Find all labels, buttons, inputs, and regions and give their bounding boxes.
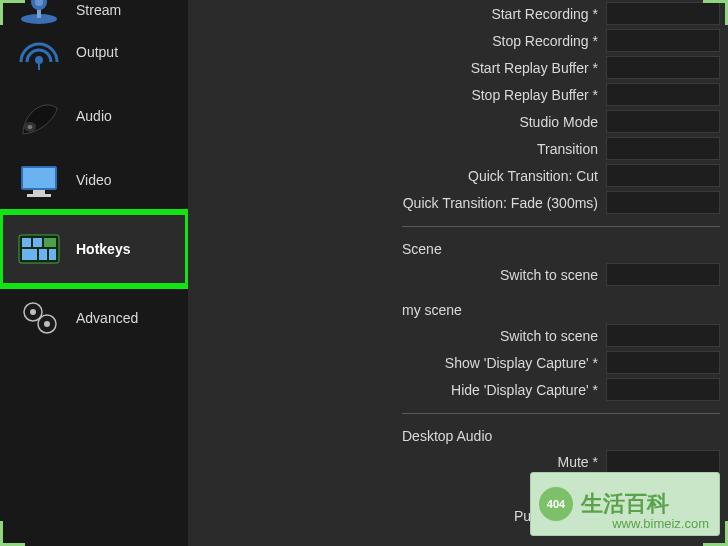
hotkey-row: Show 'Display Capture' * bbox=[188, 349, 720, 376]
stream-icon bbox=[16, 1, 62, 19]
advanced-icon bbox=[16, 295, 62, 341]
sidebar-item-label: Advanced bbox=[76, 310, 138, 326]
svg-rect-11 bbox=[27, 194, 51, 197]
sidebar-item-advanced[interactable]: Advanced bbox=[0, 286, 188, 350]
sidebar-item-label: Audio bbox=[76, 108, 112, 124]
hotkey-row: Studio Mode bbox=[188, 108, 720, 135]
hotkey-row: Hide 'Display Capture' * bbox=[188, 376, 720, 403]
hotkey-label: Switch to scene bbox=[188, 328, 606, 344]
hotkey-label: Quick Transition: Fade (300ms) bbox=[188, 195, 606, 211]
hotkey-input[interactable] bbox=[606, 2, 720, 25]
hotkey-label: Switch to scene bbox=[188, 267, 606, 283]
sidebar-item-label: Video bbox=[76, 172, 112, 188]
svg-point-22 bbox=[44, 321, 50, 327]
hotkey-label: Stop Recording * bbox=[188, 33, 606, 49]
svg-rect-5 bbox=[38, 60, 40, 70]
sidebar-item-label: Hotkeys bbox=[76, 241, 130, 257]
hotkey-row: Stop Recording * bbox=[188, 27, 720, 54]
hotkey-row: Stop Replay Buffer * bbox=[188, 81, 720, 108]
output-icon bbox=[16, 29, 62, 75]
hotkey-input[interactable] bbox=[606, 110, 720, 133]
svg-point-7 bbox=[28, 125, 33, 129]
svg-rect-17 bbox=[39, 249, 47, 260]
hotkey-row: Transition bbox=[188, 135, 720, 162]
svg-point-21 bbox=[30, 309, 36, 315]
hotkey-label: Transition bbox=[188, 141, 606, 157]
watermark: 404 生活百科 www.bimeiz.com bbox=[530, 472, 720, 536]
section-header: my scene bbox=[188, 288, 720, 322]
hotkey-row: Quick Transition: Cut bbox=[188, 162, 720, 189]
hotkey-label: Mute * bbox=[188, 454, 606, 470]
watermark-title: 生活百科 bbox=[581, 493, 669, 515]
hotkey-label: Show 'Display Capture' * bbox=[188, 355, 606, 371]
hotkey-label: Quick Transition: Cut bbox=[188, 168, 606, 184]
hotkey-input[interactable] bbox=[606, 83, 720, 106]
svg-rect-9 bbox=[23, 168, 55, 188]
hotkey-row: Start Replay Buffer * bbox=[188, 54, 720, 81]
section-header: Desktop Audio bbox=[188, 414, 720, 448]
audio-icon bbox=[16, 93, 62, 139]
hotkey-row: Switch to scene bbox=[188, 261, 720, 288]
settings-sidebar: Stream Output Audio Video bbox=[0, 0, 188, 546]
sidebar-item-stream[interactable]: Stream bbox=[0, 0, 188, 20]
svg-rect-10 bbox=[33, 190, 45, 194]
svg-rect-16 bbox=[22, 249, 37, 260]
section-header: Scene bbox=[188, 227, 720, 261]
svg-rect-13 bbox=[22, 238, 31, 247]
hotkey-input[interactable] bbox=[606, 191, 720, 214]
svg-rect-14 bbox=[33, 238, 42, 247]
sidebar-item-label: Stream bbox=[76, 2, 121, 18]
hotkey-input[interactable] bbox=[606, 164, 720, 187]
hotkey-label: Start Replay Buffer * bbox=[188, 60, 606, 76]
hotkey-row: Quick Transition: Fade (300ms) bbox=[188, 189, 720, 216]
watermark-url: www.bimeiz.com bbox=[612, 516, 709, 531]
hotkey-row: Switch to scene bbox=[188, 322, 720, 349]
sidebar-item-output[interactable]: Output bbox=[0, 20, 188, 84]
hotkey-input[interactable] bbox=[606, 56, 720, 79]
sidebar-item-audio[interactable]: Audio bbox=[0, 84, 188, 148]
hotkeys-icon bbox=[16, 226, 62, 272]
hotkey-label: Hide 'Display Capture' * bbox=[188, 382, 606, 398]
hotkey-label: Stop Replay Buffer * bbox=[188, 87, 606, 103]
hotkey-row: Mute * bbox=[188, 448, 720, 475]
sidebar-item-video[interactable]: Video bbox=[0, 148, 188, 212]
watermark-badge-icon: 404 bbox=[539, 487, 573, 521]
video-icon bbox=[16, 157, 62, 203]
hotkey-input[interactable] bbox=[606, 29, 720, 52]
hotkey-row: Start Recording * bbox=[188, 0, 720, 27]
sidebar-item-hotkeys[interactable]: Hotkeys bbox=[0, 212, 188, 286]
sidebar-item-label: Output bbox=[76, 44, 118, 60]
hotkey-label: Studio Mode bbox=[188, 114, 606, 130]
hotkey-input[interactable] bbox=[606, 137, 720, 160]
hotkey-input[interactable] bbox=[606, 324, 720, 347]
hotkey-input[interactable] bbox=[606, 450, 720, 473]
svg-rect-18 bbox=[49, 249, 56, 260]
hotkeys-settings-pane: Start Recording * Stop Recording * Start… bbox=[188, 0, 728, 546]
hotkey-label: Start Recording * bbox=[188, 6, 606, 22]
hotkey-input[interactable] bbox=[606, 351, 720, 374]
svg-rect-15 bbox=[44, 238, 56, 247]
hotkey-input[interactable] bbox=[606, 263, 720, 286]
hotkey-input[interactable] bbox=[606, 378, 720, 401]
